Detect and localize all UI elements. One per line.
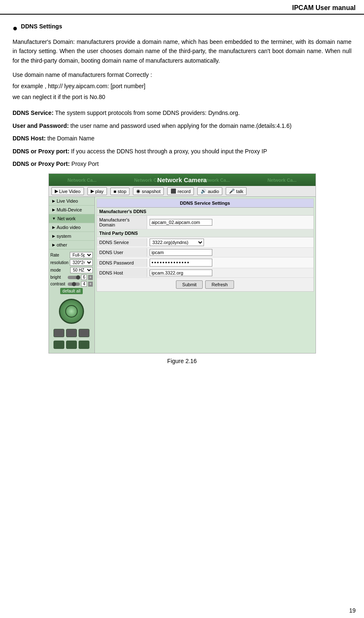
manufacturers-ddns-header: Manufacturer's DDNS bbox=[97, 208, 313, 216]
ddns-proxy-port2-text: Proxy Port bbox=[71, 160, 99, 167]
talk-btn[interactable]: 🎤 talk bbox=[226, 187, 247, 195]
ddns-service-row-value: 3322.org(dyndns) bbox=[147, 237, 313, 247]
page-content: ● DDNS Settings Manufacturer's Domain: m… bbox=[0, 15, 364, 379]
contrast-label: contrast bbox=[51, 282, 66, 286]
camera-sidebar: ▶ Live Video ▶ Multi-Device ▼ Net work ▶… bbox=[49, 197, 95, 353]
bullet-icon: ● bbox=[13, 23, 18, 33]
sidebar-audio-video-label: Audio video bbox=[57, 225, 81, 230]
audio-btn[interactable]: 🔊 audio bbox=[197, 187, 222, 195]
ddns-service-bold-label: DDNS Service: bbox=[13, 109, 53, 116]
bright-value: 6 bbox=[81, 275, 87, 280]
live-video-label: Live Video bbox=[59, 189, 81, 194]
live-video-icon: ▶ bbox=[55, 188, 58, 194]
cam-btn-3[interactable] bbox=[79, 329, 89, 337]
sidebar-other-label: other bbox=[57, 242, 67, 247]
rate-control-row: Rate Full-Speed bbox=[51, 252, 93, 258]
camera-brand: Network Camera bbox=[157, 176, 206, 183]
figure-caption: Figure 2.16 bbox=[13, 358, 351, 364]
camera-body: ▶ Live Video ▶ Multi-Device ▼ Net work ▶… bbox=[49, 197, 316, 353]
ddns-password-input[interactable] bbox=[150, 259, 212, 267]
manufacturer-domain-input[interactable] bbox=[150, 219, 212, 226]
ddns-host-row: DDNS Host bbox=[97, 268, 313, 278]
rate-select[interactable]: Full-Speed bbox=[70, 252, 93, 258]
ddns-service-row: DDNS Service 3322.org(dyndns) bbox=[97, 237, 313, 248]
mode-select[interactable]: 50 HZ bbox=[70, 267, 93, 273]
bright-slider[interactable] bbox=[68, 276, 80, 279]
ddns-proxy-port2-para: DDNS or Proxy Port: Proxy Port bbox=[13, 159, 351, 168]
sidebar-system-label: system bbox=[57, 234, 71, 239]
para-use-domain: Use domain name of manufacturers format … bbox=[13, 70, 351, 79]
arrow-icon: ▶ bbox=[52, 225, 55, 229]
contrast-thumb bbox=[72, 282, 76, 286]
snapshot-icon: ◉ bbox=[136, 188, 140, 194]
submit-btn[interactable]: Submit bbox=[176, 280, 203, 289]
live-video-btn[interactable]: ▶ Live Video bbox=[51, 187, 84, 195]
stop-icon: ■ bbox=[114, 189, 117, 194]
contrast-plus-btn[interactable]: + bbox=[88, 282, 92, 287]
ddns-buttons: Submit Refresh bbox=[97, 278, 313, 291]
sidebar-item-system[interactable]: ▶ system bbox=[49, 232, 94, 241]
mode-label: mode bbox=[51, 268, 69, 272]
ddns-password-label: DDNS Password bbox=[97, 259, 147, 267]
snapshot-label: snapshot bbox=[142, 189, 160, 194]
ddns-host-input[interactable] bbox=[150, 270, 212, 276]
sidebar-item-live-video[interactable]: ▶ Live Video bbox=[49, 197, 94, 206]
manufacturer-domain-value bbox=[147, 218, 313, 227]
camera-main: DDNS Service Settings Manufacturer's DDN… bbox=[95, 197, 316, 353]
camera-circle bbox=[59, 299, 84, 324]
record-btn[interactable]: ⬛ record bbox=[167, 187, 194, 195]
default-all-btn[interactable]: default all bbox=[60, 288, 83, 294]
resolution-select[interactable]: 320*240 bbox=[70, 259, 93, 266]
ddns-panel-title: DDNS Service Settings bbox=[97, 199, 313, 208]
refresh-btn[interactable]: Refresh bbox=[205, 280, 234, 289]
sidebar-item-audio-video[interactable]: ▶ Audio video bbox=[49, 223, 94, 232]
talk-icon: 🎤 bbox=[229, 188, 235, 194]
camera-lens bbox=[65, 305, 78, 318]
contrast-slider[interactable] bbox=[68, 282, 80, 286]
arrow-icon: ▶ bbox=[52, 199, 55, 203]
ddns-password-value bbox=[147, 257, 313, 268]
ddns-section-header: ● DDNS Settings bbox=[13, 23, 351, 33]
ddns-proxy-port-para: DDNS or Proxy port: If you access the DD… bbox=[13, 147, 351, 156]
bright-label: bright bbox=[51, 275, 66, 280]
cam-btn-4[interactable] bbox=[53, 341, 64, 349]
record-label: record bbox=[178, 189, 191, 194]
play-label: play bbox=[95, 189, 104, 194]
ddns-host-bold-label: DDNS Host: bbox=[13, 135, 46, 142]
arrow-icon: ▶ bbox=[52, 234, 55, 238]
rate-label: Rate bbox=[51, 253, 69, 257]
sidebar-controls: Rate Full-Speed resolution 320*240 mode bbox=[49, 249, 94, 353]
cam-btn-2[interactable] bbox=[66, 329, 77, 337]
page-header: IPCAM User manual bbox=[0, 0, 364, 15]
cam-btn-5[interactable] bbox=[66, 341, 77, 349]
resolution-label: resolution bbox=[51, 260, 69, 265]
play-btn[interactable]: ▶ play bbox=[87, 187, 107, 195]
ddns-host-row-label: DDNS Host bbox=[97, 269, 147, 277]
cam-btn-6[interactable] bbox=[79, 341, 89, 349]
record-icon: ⬛ bbox=[171, 188, 176, 194]
user-password-bold-label: User and Password: bbox=[13, 122, 69, 129]
cam-btn-1[interactable] bbox=[53, 329, 64, 337]
sidebar-item-network[interactable]: ▼ Net work bbox=[49, 214, 94, 223]
third-party-ddns-header: Third Party DDNS bbox=[97, 229, 313, 237]
ddns-user-input[interactable] bbox=[150, 249, 212, 256]
camera-buttons-row1 bbox=[51, 327, 93, 339]
bright-plus-btn[interactable]: + bbox=[88, 275, 92, 280]
contrast-control-row: contrast 4 + bbox=[51, 281, 93, 287]
sidebar-network-label: Net work bbox=[57, 216, 75, 221]
manufacturer-domain-row: Manufacturer's Domain bbox=[97, 216, 313, 229]
ddns-service-select[interactable]: 3322.org(dyndns) bbox=[150, 239, 204, 246]
sidebar-item-multi-device[interactable]: ▶ Multi-Device bbox=[49, 206, 94, 214]
ddns-service-row-label: DDNS Service bbox=[97, 238, 147, 247]
bright-thumb bbox=[76, 275, 80, 280]
ddns-password-row: DDNS Password bbox=[97, 257, 313, 268]
play-icon: ▶ bbox=[91, 188, 94, 194]
camera-icon-area bbox=[51, 295, 93, 327]
arrow-icon: ▶ bbox=[52, 208, 55, 212]
stop-btn[interactable]: ■ stop bbox=[110, 188, 130, 195]
ddns-title: DDNS Settings bbox=[21, 23, 62, 30]
para-neglect: we can neglect it if the port is No.80 bbox=[13, 92, 351, 102]
user-password-para: User and Password: the user name and pas… bbox=[13, 121, 351, 130]
snapshot-btn[interactable]: ◉ snapshot bbox=[133, 187, 164, 195]
sidebar-item-other[interactable]: ▶ other bbox=[49, 241, 94, 249]
